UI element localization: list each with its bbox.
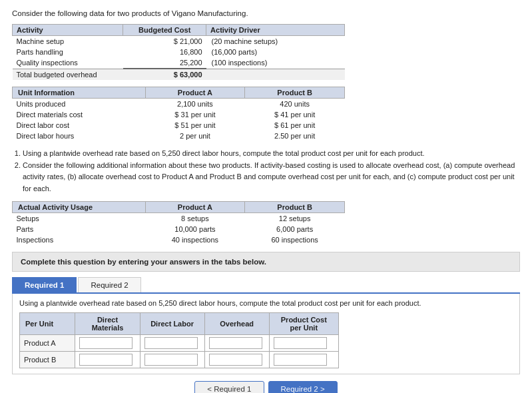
answer-oh-input-cell[interactable] [204,335,269,352]
next-button[interactable]: Required 2 > [268,381,338,393]
answer-product-label: Product A [20,335,75,352]
tab1-description: Using a plantwide overhead rate based on… [19,299,513,307]
unit-b: $ 41 per unit [245,109,345,120]
unit-label: Direct labor hours [13,131,146,141]
note1: Using a plantwide overhead rate based on… [23,148,520,160]
actual-col2-header: Product A [145,202,245,213]
actual-b: 12 setups [245,213,345,224]
unit-a: 2 per unit [145,131,245,141]
budgeted-row: Total budgeted overhead $ 63,000 [13,69,345,80]
actual-row: Parts 10,000 parts 6,000 parts [13,224,345,234]
tab1-content: Using a plantwide overhead rate based on… [12,294,520,374]
budgeted-driver: (100 inspections) [206,57,345,69]
unit-info-table: Unit Information Product A Product B Uni… [12,87,345,141]
actual-b: 6,000 parts [245,224,345,234]
tab-required2[interactable]: Required 2 [78,277,140,292]
budgeted-table: Activity Budgeted Cost Activity Driver M… [12,24,345,80]
actual-label: Inspections [13,234,146,245]
answer-col-pc: Product Costper Unit [269,313,338,335]
unit-b: 420 units [245,99,345,110]
unit-info-row: Direct labor hours 2 per unit 2.50 per u… [13,131,345,141]
actual-a: 10,000 parts [145,224,245,234]
actual-label: Parts [13,224,146,234]
budgeted-row: Parts handling 16,800 (16,000 parts) [13,47,345,57]
unit-label: Direct labor cost [13,120,146,131]
oh-input[interactable] [209,354,262,366]
actual-activity-table: Actual Activity Usage Product A Product … [12,201,345,245]
unit-col3-header: Product B [245,87,345,99]
answer-row: Product A [20,335,339,352]
actual-b: 60 inspections [245,234,345,245]
unit-a: $ 31 per unit [145,109,245,120]
answer-pc-input-cell[interactable] [269,335,338,352]
unit-info-row: Direct materials cost $ 31 per unit $ 41… [13,109,345,120]
prev-button[interactable]: < Required 1 [194,381,264,393]
unit-b: $ 61 per unit [245,120,345,131]
answer-col-perunit: Per Unit [20,313,75,335]
budgeted-activity: Quality inspections [13,57,123,69]
actual-row: Inspections 40 inspections 60 inspection… [13,234,345,245]
pc-input[interactable] [274,354,327,366]
answer-row: Product B [20,352,339,368]
unit-info-row: Direct labor cost $ 51 per unit $ 61 per… [13,120,345,131]
budgeted-cost: $ 21,000 [123,36,206,47]
answer-product-label: Product B [20,352,75,368]
actual-label: Setups [13,213,146,224]
actual-a: 40 inspections [145,234,245,245]
answer-dm-input-cell[interactable] [75,352,140,368]
budgeted-driver: (20 machine setups) [206,36,345,47]
tab-required1[interactable]: Required 1 [12,277,77,292]
budgeted-cost: 16,800 [123,47,206,57]
actual-col3-header: Product B [245,202,345,213]
budgeted-cost: $ 63,000 [123,69,206,80]
unit-a: 2,100 units [145,99,245,110]
answer-table: Per Unit DirectMaterials Direct Labor Ov… [19,312,339,368]
budgeted-driver: (16,000 parts) [206,47,345,57]
intro-text: Consider the following data for two prod… [12,9,520,17]
answer-pc-input-cell[interactable] [269,352,338,368]
actual-col1-header: Actual Activity Usage [13,202,146,213]
complete-instruction: Complete this question by entering your … [12,252,520,272]
unit-col1-header: Unit Information [13,87,146,99]
dm-input[interactable] [79,337,133,349]
budgeted-activity: Machine setup [13,36,123,47]
unit-a: $ 51 per unit [145,120,245,131]
unit-label: Units produced [13,99,146,110]
answer-col-oh: Overhead [204,313,269,335]
unit-label: Direct materials cost [13,109,146,120]
answer-dl-input-cell[interactable] [140,352,204,368]
budgeted-driver [206,69,345,80]
answer-dm-input-cell[interactable] [75,335,140,352]
notes: Using a plantwide overhead rate based on… [12,148,520,195]
budgeted-col3-header: Activity Driver [206,25,345,36]
budgeted-col1-header: Activity [13,25,123,36]
answer-dl-input-cell[interactable] [140,335,204,352]
nav-buttons: < Required 1 Required 2 > [12,381,520,393]
budgeted-activity: Parts handling [13,47,123,57]
budgeted-row: Machine setup $ 21,000 (20 machine setup… [13,36,345,47]
budgeted-row: Quality inspections 25,200 (100 inspecti… [13,57,345,69]
pc-input[interactable] [274,337,327,349]
answer-oh-input-cell[interactable] [204,352,269,368]
note2: Consider the following additional inform… [23,160,520,195]
dl-input[interactable] [144,337,198,349]
unit-col2-header: Product A [145,87,245,99]
budgeted-cost: 25,200 [123,57,206,69]
budgeted-activity: Total budgeted overhead [13,69,123,80]
actual-row: Setups 8 setups 12 setups [13,213,345,224]
dm-input[interactable] [79,354,133,366]
unit-b: 2.50 per unit [245,131,345,141]
tabs-row: Required 1 Required 2 [12,277,520,294]
oh-input[interactable] [209,337,262,349]
answer-col-dl: Direct Labor [140,313,204,335]
dl-input[interactable] [144,354,198,366]
actual-a: 8 setups [145,213,245,224]
unit-info-row: Units produced 2,100 units 420 units [13,99,345,110]
answer-col-dm: DirectMaterials [75,313,140,335]
budgeted-col2-header: Budgeted Cost [123,25,206,36]
